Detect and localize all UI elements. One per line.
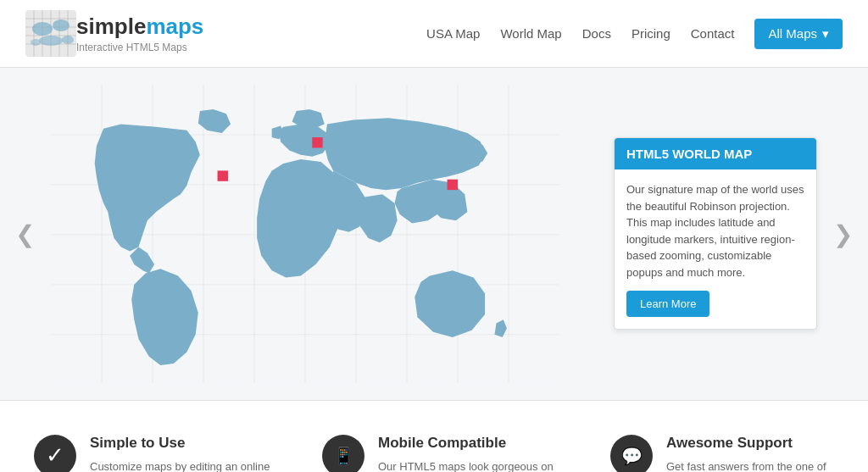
next-slide-button[interactable]: ❯ <box>826 213 860 254</box>
logo-icon <box>25 10 76 57</box>
pricing-link[interactable]: Pricing <box>632 26 670 41</box>
info-card-title: HTML5 WORLD MAP <box>615 138 816 169</box>
mobile-icon: 📱 <box>322 435 364 472</box>
logo-tagline: Interactive HTML5 Maps <box>76 42 203 53</box>
svg-point-13 <box>31 39 41 46</box>
feature-title-support: Awesome Support <box>666 435 834 452</box>
logo-maps-text: maps <box>146 14 203 39</box>
feature-desc-simple: Customize maps by editing an online spre… <box>90 458 288 472</box>
checkmark-icon: ✓ <box>34 435 76 472</box>
features-section: ✓ Simple to Use Customize maps by editin… <box>0 400 868 472</box>
all-maps-button[interactable]: All Maps ▾ <box>754 19 843 49</box>
usa-map-link[interactable]: USA Map <box>426 26 480 41</box>
hero-section: ❮ <box>0 68 868 400</box>
svg-point-11 <box>53 19 70 31</box>
main-nav: USA Map World Map Docs Pricing Contact A… <box>426 19 843 49</box>
prev-slide-button[interactable]: ❮ <box>8 213 42 254</box>
hero-inner: HTML5 WORLD MAP Our signature map of the… <box>0 68 868 400</box>
docs-link[interactable]: Docs <box>582 26 611 41</box>
feature-simple-to-use: ✓ Simple to Use Customize maps by editin… <box>34 435 288 472</box>
world-map-container <box>51 85 559 383</box>
feature-desc-mobile: Our HTML5 maps look gorgeous on iPhones,… <box>378 458 576 472</box>
svg-point-12 <box>39 36 63 46</box>
feature-title-simple: Simple to Use <box>90 435 288 452</box>
contact-link[interactable]: Contact <box>691 26 735 41</box>
feature-mobile-compatible: 📱 Mobile Compatible Our HTML5 maps look … <box>322 435 576 472</box>
map-pin-3 <box>448 180 458 190</box>
learn-more-button[interactable]: Learn More <box>626 291 709 317</box>
svg-point-10 <box>32 22 53 36</box>
chevron-down-icon: ▾ <box>822 26 829 42</box>
site-header: simplemaps Interactive HTML5 Maps USA Ma… <box>0 0 868 68</box>
info-card: HTML5 WORLD MAP Our signature map of the… <box>614 137 817 330</box>
info-card-description: Our signature map of the world uses the … <box>626 181 804 280</box>
svg-point-14 <box>62 36 74 44</box>
feature-title-mobile: Mobile Compatible <box>378 435 576 452</box>
logo: simplemaps Interactive HTML5 Maps <box>25 10 203 57</box>
feature-awesome-support: 💬 Awesome Support Get fast answers from … <box>610 435 834 472</box>
world-map-link[interactable]: World Map <box>500 26 561 41</box>
chat-icon: 💬 <box>610 435 653 472</box>
logo-simple-text: simple <box>76 14 146 39</box>
feature-desc-support: Get fast answers from the one of the map… <box>666 458 834 472</box>
world-map-svg <box>51 85 559 383</box>
map-pin-2 <box>312 137 322 147</box>
map-pin-1 <box>218 170 228 180</box>
